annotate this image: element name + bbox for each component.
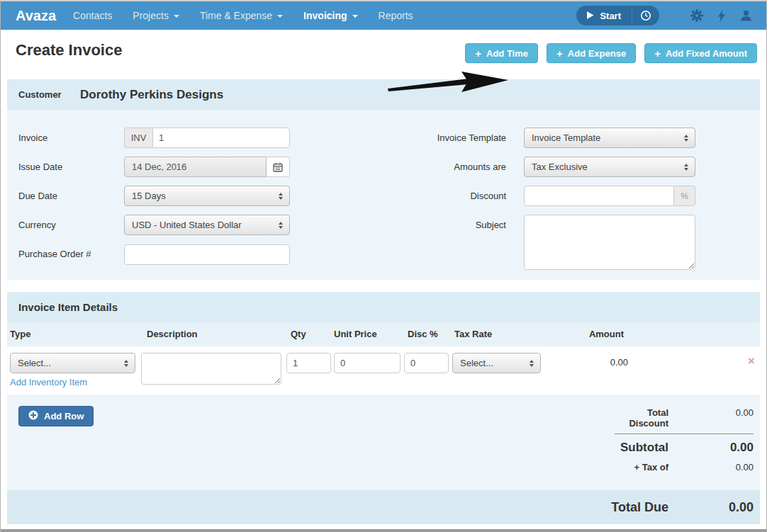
subtotal-value: 0.00 [668, 441, 754, 455]
delete-row-icon[interactable]: × [748, 355, 755, 367]
nav-time-expense[interactable]: Time & Expense [200, 10, 283, 21]
page-title: Create Invoice [16, 41, 122, 60]
item-type-select[interactable]: Select... [10, 353, 135, 373]
caret-updown-icon [684, 164, 688, 171]
page-header: Create Invoice + Add Time + Add Expense … [1, 30, 766, 79]
add-expense-button[interactable]: + Add Expense [547, 43, 636, 63]
invoice-prefix-addon: INV [124, 128, 152, 148]
timer-icon[interactable] [632, 6, 659, 26]
invoice-template-label: Invoice Template [276, 132, 506, 143]
items-section-header: Invoice Item Details [7, 292, 760, 322]
purchase-order-label: Purchase Order # [18, 249, 91, 259]
tax-label: + Tax of [615, 462, 668, 472]
subject-label: Subject [276, 220, 506, 230]
totals-section: Add Row Total Discount 0.00 Subtotal 0.0… [7, 395, 760, 490]
currency-label: Currency [18, 220, 56, 230]
item-disc-input[interactable] [404, 353, 449, 373]
nav-invoicing[interactable]: Invoicing [303, 10, 357, 21]
discount-label: Discount [276, 191, 506, 201]
amounts-are-label: Amounts are [276, 162, 506, 172]
tax-value: 0.00 [668, 462, 754, 472]
col-type: Type [10, 329, 30, 339]
chevron-down-icon [352, 15, 358, 18]
plus-icon: + [475, 48, 481, 59]
issue-date-group: 14 Dec, 2016 [124, 157, 290, 177]
plus-icon: + [654, 48, 661, 59]
total-discount-label: Total Discount [615, 407, 668, 429]
totals-block: Total Discount 0.00 Subtotal 0.00 + Tax … [615, 407, 754, 472]
total-due-value: 0.00 [668, 500, 754, 515]
percent-addon: % [674, 186, 695, 206]
spacer [1, 280, 766, 292]
invoice-number-group: INV [124, 128, 290, 148]
customer-band: Customer Dorothy Perkins Designs [7, 79, 760, 110]
caret-updown-icon [530, 360, 534, 367]
issue-date-label: Issue Date [18, 162, 62, 172]
subtotal-row: Subtotal 0.00 [615, 441, 754, 455]
total-discount-row: Total Discount 0.00 [615, 407, 754, 434]
invoice-number-input[interactable] [152, 128, 290, 148]
tax-row: + Tax of 0.00 [615, 462, 754, 472]
invoice-item-row: Select... Add Inventory Item Select... 0… [1, 346, 766, 395]
add-time-button[interactable]: + Add Time [465, 43, 538, 63]
items-section-title: Invoice Item Details [18, 301, 118, 313]
issue-date-input[interactable]: 14 Dec, 2016 [124, 157, 267, 177]
amounts-are-select[interactable]: Tax Exclusive [524, 157, 695, 177]
subtotal-label: Subtotal [615, 441, 668, 455]
caret-updown-icon [124, 360, 128, 367]
play-icon [587, 11, 594, 21]
col-amount: Amount [553, 329, 624, 339]
start-button[interactable]: Start [576, 6, 632, 26]
col-tax-rate: Tax Rate [454, 329, 492, 339]
navbar-right: Start [576, 6, 766, 26]
nav-reports[interactable]: Reports [379, 10, 413, 21]
invoice-form: Invoice INV Issue Date 14 Dec, 2016 Due … [7, 110, 760, 280]
customer-name: Dorothy Perkins Designs [80, 88, 223, 102]
add-row-button[interactable]: Add Row [18, 406, 94, 426]
gear-icon[interactable] [690, 9, 703, 22]
header-buttons: + Add Time + Add Expense + Add Fixed Amo… [465, 43, 757, 63]
top-navbar: Avaza Contacts Projects Time & Expense I… [1, 1, 766, 30]
invoice-label: Invoice [18, 132, 47, 143]
window-bottom-edge [1, 529, 766, 532]
add-fixed-amount-button[interactable]: + Add Fixed Amount [644, 43, 757, 63]
col-unit-price: Unit Price [334, 329, 377, 339]
invoice-template-select[interactable]: Invoice Template [524, 128, 695, 148]
due-date-select[interactable]: 15 Days [124, 186, 290, 206]
item-description-textarea[interactable] [141, 353, 281, 385]
col-disc: Disc % [408, 329, 438, 339]
item-tax-rate-select[interactable]: Select... [452, 353, 541, 373]
item-qty-input[interactable] [286, 353, 331, 373]
chevron-down-icon [277, 15, 283, 18]
plus-icon: + [556, 48, 563, 59]
subject-textarea[interactable] [524, 215, 695, 270]
annotation-arrow [388, 68, 508, 96]
col-description: Description [147, 329, 198, 339]
lightning-icon[interactable] [717, 10, 726, 22]
currency-select[interactable]: USD - United States Dollar [124, 215, 290, 235]
item-amount: 0.00 [557, 357, 628, 368]
start-timer-pill: Start [576, 6, 659, 26]
brand-logo[interactable]: Avaza [16, 8, 56, 24]
discount-input[interactable] [524, 186, 674, 206]
customer-label: Customer [18, 89, 80, 100]
circle-plus-icon [28, 410, 38, 422]
user-icon[interactable] [740, 10, 752, 21]
col-qty: Qty [291, 329, 306, 339]
total-due-band: Total Due 0.00 [7, 490, 760, 524]
nav-contacts[interactable]: Contacts [73, 10, 112, 21]
add-inventory-item-link[interactable]: Add Inventory Item [10, 377, 87, 387]
item-unit-price-input[interactable] [334, 353, 401, 373]
discount-group: % [524, 186, 695, 206]
nav-projects[interactable]: Projects [133, 10, 179, 21]
items-column-headers: Type Description Qty Unit Price Disc % T… [7, 322, 760, 346]
due-date-label: Due Date [18, 191, 57, 201]
total-discount-value: 0.00 [668, 407, 754, 418]
chevron-down-icon [174, 15, 179, 18]
total-due-label: Total Due [611, 500, 668, 515]
browser-frame: Avaza Contacts Projects Time & Expense I… [0, 0, 767, 532]
caret-updown-icon [684, 135, 688, 142]
purchase-order-input[interactable] [124, 244, 290, 265]
